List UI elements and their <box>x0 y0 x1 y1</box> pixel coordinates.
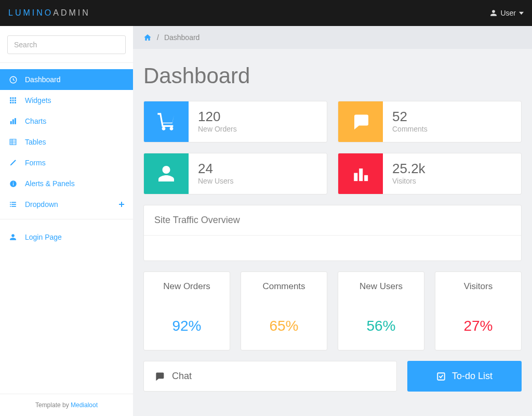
stat-label: Visitors <box>392 177 425 185</box>
traffic-panel-title: Site Traffic Overview <box>144 205 521 236</box>
sidebar-nav-secondary: Login Page <box>0 227 133 248</box>
breadcrumb-current: Dashboard <box>164 33 200 42</box>
sidebar-item-label: Dropdown <box>25 200 58 209</box>
cart-icon <box>144 101 189 142</box>
list-icon <box>8 201 18 208</box>
svg-rect-8 <box>12 102 14 103</box>
page-title: Dashboard <box>133 49 532 101</box>
stat-card-users[interactable]: 24New Users <box>143 153 327 194</box>
home-icon[interactable] <box>143 33 152 42</box>
breadcrumb-separator: / <box>157 33 159 42</box>
stat-value: 120 <box>198 109 237 125</box>
chat-icon <box>154 371 165 382</box>
svg-rect-12 <box>15 118 16 124</box>
sidebar-item-label: Tables <box>25 138 46 146</box>
stat-label: New Users <box>198 177 233 185</box>
search-input[interactable] <box>7 35 126 54</box>
sidebar: Dashboard Widgets Charts Tables Forms Al… <box>0 26 133 416</box>
svg-rect-18 <box>12 183 13 185</box>
svg-rect-11 <box>12 120 14 124</box>
stat-value: 52 <box>392 109 428 125</box>
svg-rect-27 <box>119 204 124 205</box>
footer-link[interactable]: Medialoot <box>71 401 98 409</box>
svg-rect-4 <box>10 100 11 101</box>
percent-value: 56% <box>343 318 419 334</box>
stat-card-comments[interactable]: 52Comments <box>338 101 522 142</box>
stat-card-visitors[interactable]: 25.2kVisitors <box>338 153 522 194</box>
percent-title: Comments <box>246 281 322 292</box>
svg-rect-5 <box>12 100 14 101</box>
sidebar-item-alerts[interactable]: Alerts & Panels <box>0 173 133 194</box>
percent-card-visitors: Visitors 27% <box>435 271 522 350</box>
brand-text-lumino: LUMINO <box>8 8 53 17</box>
brand[interactable]: LUMINOADMIN <box>8 8 90 18</box>
stat-label: Comments <box>392 125 428 133</box>
top-navbar: LUMINOADMIN User <box>0 0 532 26</box>
percent-card-users: New Users 56% <box>338 271 424 350</box>
bar-chart-icon <box>338 153 383 194</box>
percent-card-orders: New Orders 92% <box>143 271 230 350</box>
svg-rect-22 <box>10 204 11 205</box>
svg-rect-23 <box>11 204 16 205</box>
sidebar-item-widgets[interactable]: Widgets <box>0 90 133 111</box>
svg-rect-25 <box>11 206 16 207</box>
svg-rect-3 <box>15 97 16 99</box>
svg-rect-21 <box>11 202 16 203</box>
pencil-icon <box>8 159 18 166</box>
sidebar-item-login[interactable]: Login Page <box>0 227 133 248</box>
sidebar-item-label: Widgets <box>25 96 51 105</box>
svg-rect-13 <box>10 139 16 145</box>
user-icon <box>8 233 18 241</box>
chat-title: Chat <box>172 371 192 382</box>
user-menu[interactable]: User <box>490 9 524 17</box>
breadcrumb: / Dashboard <box>133 26 532 49</box>
percent-card-comments: Comments 65% <box>241 271 327 350</box>
info-icon <box>8 180 18 188</box>
user-icon <box>490 9 497 17</box>
svg-rect-30 <box>364 175 368 181</box>
sidebar-item-dashboard[interactable]: Dashboard <box>0 69 133 90</box>
sidebar-item-tables[interactable]: Tables <box>0 132 133 152</box>
user-label: User <box>500 9 516 17</box>
svg-rect-28 <box>354 173 357 181</box>
traffic-panel-body <box>144 236 521 261</box>
svg-rect-2 <box>12 97 14 99</box>
sidebar-item-label: Charts <box>25 117 46 125</box>
check-icon <box>436 372 446 381</box>
sidebar-item-label: Login Page <box>25 233 62 241</box>
sidebar-footer: Template by Medialoot <box>0 394 133 416</box>
footer-prefix: Template by <box>35 401 71 409</box>
todo-title: To-do List <box>452 371 493 382</box>
svg-rect-20 <box>10 202 11 203</box>
sidebar-item-label: Forms <box>25 159 46 167</box>
percent-value: 92% <box>149 318 224 334</box>
sidebar-item-charts[interactable]: Charts <box>0 111 133 132</box>
grid-icon <box>8 97 18 104</box>
sidebar-item-dropdown[interactable]: Dropdown <box>0 194 133 215</box>
table-icon <box>8 138 18 146</box>
todo-panel[interactable]: To-do List <box>407 361 522 392</box>
traffic-panel: Site Traffic Overview <box>143 205 522 261</box>
brand-text-admin: ADMIN <box>53 8 90 17</box>
svg-rect-1 <box>10 97 11 99</box>
percent-value: 65% <box>246 318 322 334</box>
svg-rect-9 <box>15 102 16 103</box>
stat-value: 24 <box>198 161 233 177</box>
sidebar-item-forms[interactable]: Forms <box>0 152 133 173</box>
main-content: / Dashboard Dashboard 120New Orders 52Co… <box>133 26 532 416</box>
svg-rect-10 <box>10 121 12 124</box>
stat-label: New Orders <box>198 125 237 133</box>
percent-title: New Users <box>343 281 419 292</box>
dashboard-icon <box>8 76 18 84</box>
svg-rect-7 <box>10 102 11 103</box>
caret-down-icon <box>519 11 524 16</box>
bar-chart-icon <box>8 118 18 125</box>
divider <box>0 219 133 219</box>
svg-rect-19 <box>12 181 13 182</box>
stat-value: 25.2k <box>392 161 425 177</box>
sidebar-item-label: Alerts & Panels <box>25 179 75 188</box>
stat-card-orders[interactable]: 120New Orders <box>143 101 327 142</box>
sidebar-nav: Dashboard Widgets Charts Tables Forms Al… <box>0 63 133 215</box>
chat-panel: Chat <box>143 361 397 392</box>
svg-rect-29 <box>359 168 363 181</box>
